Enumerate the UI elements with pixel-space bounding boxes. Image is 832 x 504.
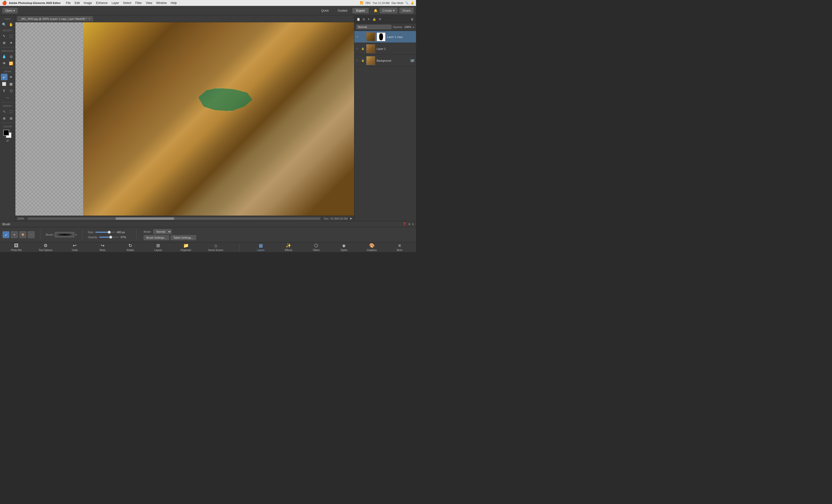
menu-file[interactable]: File <box>64 1 72 5</box>
smart-brush-tool[interactable]: ⋯ <box>4 95 11 101</box>
tab-expert[interactable]: Expert <box>353 8 369 14</box>
bottom-rotate[interactable]: ↻ Rotate <box>123 242 138 252</box>
red-eye-tool[interactable]: 👁 <box>1 60 7 67</box>
layer-0-visibility-icon[interactable]: 👁 <box>356 35 360 38</box>
brush-preset-btn[interactable]: 🖌 <box>2 231 9 238</box>
magic-wand-tool[interactable]: ✦ <box>8 39 15 46</box>
help-icon[interactable]: ❓ <box>402 222 406 226</box>
menu-select[interactable]: Select <box>121 1 133 5</box>
bottom-undo[interactable]: ↩ Undo <box>67 242 82 252</box>
recompose-tool[interactable]: ⊞ <box>8 115 15 122</box>
panel-create-icon[interactable]: 📋 <box>356 17 361 22</box>
layer-1-visibility-icon[interactable]: 👁 <box>356 47 360 51</box>
tab-close-icon[interactable]: ✕ <box>88 17 90 20</box>
bird-photo-area <box>83 22 354 216</box>
clone-tool[interactable]: 🔁 <box>8 60 15 67</box>
tab-guided[interactable]: Guided <box>334 8 352 14</box>
menu-filter[interactable]: Filter <box>133 1 144 5</box>
foreground-color-swatch[interactable] <box>3 130 9 136</box>
menu-view[interactable]: View <box>144 1 154 5</box>
create-button[interactable]: Create▾ <box>380 8 397 14</box>
layer-item-0[interactable]: 👁 Layer 1 copy <box>354 31 416 43</box>
bottom-styles[interactable]: ◈ Styles <box>337 242 352 252</box>
wifi-icon[interactable]: 📶 <box>360 1 363 4</box>
eyedropper-tool[interactable]: 💧 <box>1 53 7 60</box>
brush-stroke-preview[interactable] <box>55 232 75 237</box>
menu-layer[interactable]: Layer <box>110 1 121 5</box>
bottom-organizer[interactable]: 📁 Organizer <box>179 242 193 252</box>
panel-collapse-icon[interactable]: ▾ <box>412 223 414 226</box>
opacity-slider-thumb[interactable] <box>109 236 112 239</box>
tool-options-panel: Brush ❓ ≡ ▾ 🖌 ✒ 🎨 ⋯ Brush: ▾ Size: <box>0 221 416 242</box>
size-slider-thumb[interactable] <box>108 231 111 234</box>
impressionist-tool[interactable]: ✒ <box>8 74 15 80</box>
layer-item-1[interactable]: 👁 🔒 Layer 1 <box>354 43 416 55</box>
notification-icon[interactable]: 🔔 <box>411 1 414 4</box>
panel-magic-icon[interactable]: ✦ <box>367 17 371 22</box>
open-button[interactable]: Open ▾ <box>2 8 18 14</box>
spot-heal-tool[interactable]: ◎ <box>8 53 15 60</box>
impressionist-preset-btn[interactable]: ✒ <box>11 231 18 238</box>
search-icon[interactable]: 🔍 <box>405 1 409 4</box>
horizontal-scrollbar[interactable] <box>28 217 320 220</box>
straighten-tool[interactable]: ⊕ <box>1 115 7 122</box>
share-button[interactable]: Share <box>399 8 414 14</box>
document-tab[interactable]: _MG_4933.jpg @ 200% (Layer 1 copy, Layer… <box>17 16 93 21</box>
swap-colors-icon[interactable]: ⇄ <box>6 139 9 142</box>
bottom-graphics[interactable]: 🎨 Graphics <box>364 242 379 252</box>
menu-help[interactable]: Help <box>169 1 179 5</box>
tab-quick[interactable]: Quick <box>317 8 333 14</box>
right-panel: 📋 ⧉ ✦ 🔒 👁 🗑 Normal Opacity: 100% ▾ 👁 Lay… <box>354 15 416 221</box>
layer-0-mask-thumbnail[interactable] <box>376 32 386 41</box>
cookie-cutter-tool[interactable]: ⬚ <box>8 108 15 115</box>
marquee-tool[interactable]: ⬚ <box>8 33 15 39</box>
more-label: More <box>397 249 402 251</box>
panel-delete-icon[interactable]: 🗑 <box>410 17 415 22</box>
opacity-dropdown-icon[interactable]: ▾ <box>413 26 414 28</box>
bottom-photo-bin[interactable]: 🖼 Photo Bin <box>9 243 24 252</box>
opacity-slider[interactable] <box>99 237 119 238</box>
menu-edit[interactable]: Edit <box>73 1 81 5</box>
move-tool[interactable]: ↖ <box>1 33 7 39</box>
panel-menu-icon[interactable]: ≡ <box>408 222 410 226</box>
panel-copy-icon[interactable]: ⧉ <box>362 17 366 22</box>
scrollbar-thumb[interactable] <box>115 217 174 220</box>
menu-window[interactable]: Window <box>155 1 168 5</box>
bottom-effects[interactable]: ✨ Effects <box>281 242 296 252</box>
brush-tool[interactable]: 🖌 <box>1 74 7 80</box>
bell-icon[interactable]: 🔔 <box>374 9 378 12</box>
panel-eye-icon[interactable]: 👁 <box>378 17 382 22</box>
pixel-btn[interactable]: ⋯ <box>28 231 35 238</box>
expand-icon[interactable]: ▶ <box>350 217 352 220</box>
panel-lock-icon[interactable]: 🔒 <box>372 17 377 22</box>
crop-tool[interactable]: ⤡ <box>1 108 7 115</box>
lasso-tool[interactable]: ⋓ <box>1 39 7 46</box>
type-tool[interactable]: T <box>1 88 7 94</box>
apple-menu[interactable]: 🍎 <box>2 0 7 5</box>
bottom-filters[interactable]: ⬡ Filters <box>309 242 323 252</box>
shape-tool[interactable]: ⬡ <box>8 88 15 94</box>
bottom-redo[interactable]: ↪ Redo <box>95 242 110 252</box>
mode-select[interactable]: Normal <box>153 229 172 234</box>
bottom-more[interactable]: ≡ More <box>392 243 407 252</box>
layer-item-2[interactable]: 👁 🔒 Background 🔗 <box>354 55 416 67</box>
size-slider[interactable] <box>95 232 115 233</box>
zoom-tool[interactable]: 🔍 <box>1 21 7 28</box>
menu-image[interactable]: Image <box>82 1 94 5</box>
bottom-divider <box>239 244 239 251</box>
canvas-container[interactable] <box>15 22 354 216</box>
tablet-settings-button[interactable]: Tablet Settings... <box>171 235 196 240</box>
bottom-home-screen[interactable]: ⌂ Home Screen <box>206 243 225 252</box>
bottom-layers[interactable]: ▦ Layers <box>253 242 268 252</box>
bottom-tool-options[interactable]: ⚙ Tool Options <box>37 242 54 252</box>
menu-enhance[interactable]: Enhance <box>94 1 109 5</box>
eraser-tool[interactable]: ⬜ <box>1 81 7 87</box>
blend-mode-select[interactable]: Normal <box>356 25 391 29</box>
layer-2-visibility-icon[interactable]: 👁 <box>356 59 360 62</box>
bottom-layout[interactable]: ⊞ Layout <box>151 242 165 252</box>
brush-settings-button[interactable]: Brush Settings... <box>144 235 169 240</box>
brush-dropdown-arrow[interactable]: ▾ <box>76 234 77 236</box>
color-replace-btn[interactable]: 🎨 <box>19 231 26 238</box>
gradient-tool[interactable]: ▦ <box>8 81 15 87</box>
hand-tool[interactable]: ✋ <box>8 21 15 28</box>
